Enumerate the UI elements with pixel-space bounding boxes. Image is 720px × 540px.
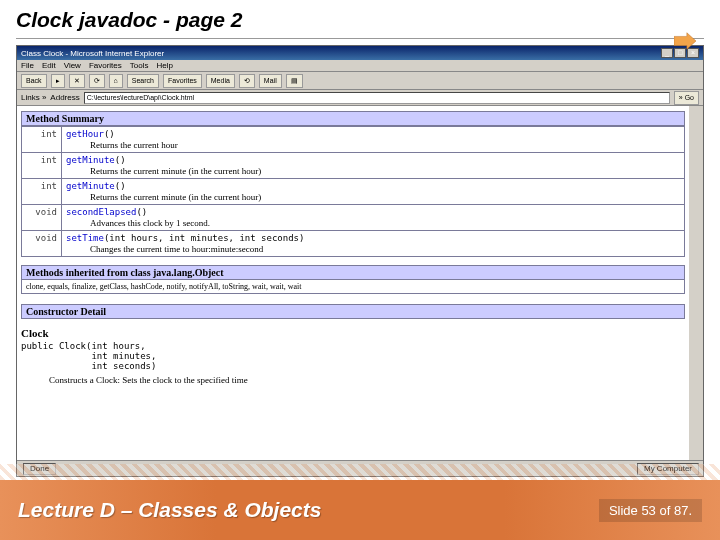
lecture-label: Lecture D – Classes & Objects: [18, 498, 321, 522]
method-sig: (): [115, 181, 126, 191]
method-sig: (): [136, 207, 147, 217]
return-type: int: [22, 153, 62, 179]
menu-favorites[interactable]: Favorites: [89, 61, 122, 70]
menu-edit[interactable]: Edit: [42, 61, 56, 70]
return-type: void: [22, 231, 62, 257]
method-desc: Returns the current minute (in the curre…: [90, 166, 680, 176]
method-desc: Returns the current minute (in the curre…: [90, 192, 680, 202]
accent-arrow-icon: [674, 32, 696, 54]
mail-button[interactable]: Mail: [259, 74, 282, 88]
print-button[interactable]: ▤: [286, 74, 303, 88]
links-label[interactable]: Links »: [21, 93, 46, 102]
table-row: void secondElapsed()Advances this clock …: [22, 205, 685, 231]
search-button[interactable]: Search: [127, 74, 159, 88]
constructor-name: Clock: [21, 327, 685, 339]
table-row: int getMinute()Returns the current minut…: [22, 153, 685, 179]
minimize-icon[interactable]: _: [661, 48, 673, 58]
address-label: Address: [50, 93, 79, 102]
stop-button[interactable]: ✕: [69, 74, 85, 88]
menu-view[interactable]: View: [64, 61, 81, 70]
menu-file[interactable]: File: [21, 61, 34, 70]
return-type: void: [22, 205, 62, 231]
inherited-methods: clone, equals, finalize, getClass, hashC…: [21, 280, 685, 294]
method-desc: Advances this clock by 1 second.: [90, 218, 680, 228]
slide-footer: Lecture D – Classes & Objects Slide 53 o…: [0, 480, 720, 540]
browser-window: Class Clock - Microsoft Internet Explore…: [16, 45, 704, 477]
home-button[interactable]: ⌂: [109, 74, 123, 88]
favorites-button[interactable]: Favorites: [163, 74, 202, 88]
browser-addressbar: Links » Address C:\lectures\lectureD\api…: [17, 90, 703, 106]
svg-marker-0: [674, 33, 696, 50]
history-button[interactable]: ⟲: [239, 74, 255, 88]
table-row: int getMinute()Returns the current minut…: [22, 179, 685, 205]
go-button[interactable]: » Go: [674, 91, 699, 105]
constructor-detail: Clock public Clock(int hours, int minute…: [21, 327, 685, 385]
forward-button[interactable]: ▸: [51, 74, 65, 88]
refresh-button[interactable]: ⟳: [89, 74, 105, 88]
media-button[interactable]: Media: [206, 74, 235, 88]
method-desc: Returns the current hour: [90, 140, 680, 150]
browser-titlebar: Class Clock - Microsoft Internet Explore…: [17, 46, 703, 60]
constructor-desc: Constructs a Clock: Sets the clock to th…: [49, 375, 685, 385]
browser-toolbar: Back ▸ ✕ ⟳ ⌂ Search Favorites Media ⟲ Ma…: [17, 72, 703, 90]
javadoc-page: Method Summary int getHour()Returns the …: [17, 106, 689, 387]
menu-tools[interactable]: Tools: [130, 61, 149, 70]
method-link[interactable]: getHour: [66, 129, 104, 139]
slide-number: Slide 53 of 87.: [599, 499, 702, 522]
method-sig: (): [104, 129, 115, 139]
table-row: void setTime(int hours, int minutes, int…: [22, 231, 685, 257]
constructor-signature: public Clock(int hours, int minutes, int…: [21, 341, 685, 371]
title-rule: [16, 38, 704, 39]
browser-menubar: File Edit View Favorites Tools Help: [17, 60, 703, 72]
back-button[interactable]: Back: [21, 74, 47, 88]
footer-pattern: [0, 464, 720, 480]
method-sig: (int hours, int minutes, int seconds): [104, 233, 304, 243]
method-sig: (): [115, 155, 126, 165]
table-row: int getHour()Returns the current hour: [22, 127, 685, 153]
method-link[interactable]: getMinute: [66, 181, 115, 191]
slide-title: Clock javadoc - page 2: [0, 0, 720, 38]
method-summary-table: int getHour()Returns the current hour in…: [21, 126, 685, 257]
inherited-header: Methods inherited from class java.lang.O…: [21, 265, 685, 280]
method-summary-header: Method Summary: [21, 111, 685, 126]
window-title: Class Clock - Microsoft Internet Explore…: [21, 49, 164, 58]
constructor-detail-header: Constructor Detail: [21, 304, 685, 319]
menu-help[interactable]: Help: [156, 61, 172, 70]
browser-content: Method Summary int getHour()Returns the …: [17, 106, 703, 460]
method-link[interactable]: secondElapsed: [66, 207, 136, 217]
method-desc: Changes the current time to hour:minute:…: [90, 244, 680, 254]
method-link[interactable]: getMinute: [66, 155, 115, 165]
address-input[interactable]: C:\lectures\lectureD\api\Clock.html: [84, 92, 670, 104]
method-link[interactable]: setTime: [66, 233, 104, 243]
return-type: int: [22, 179, 62, 205]
return-type: int: [22, 127, 62, 153]
